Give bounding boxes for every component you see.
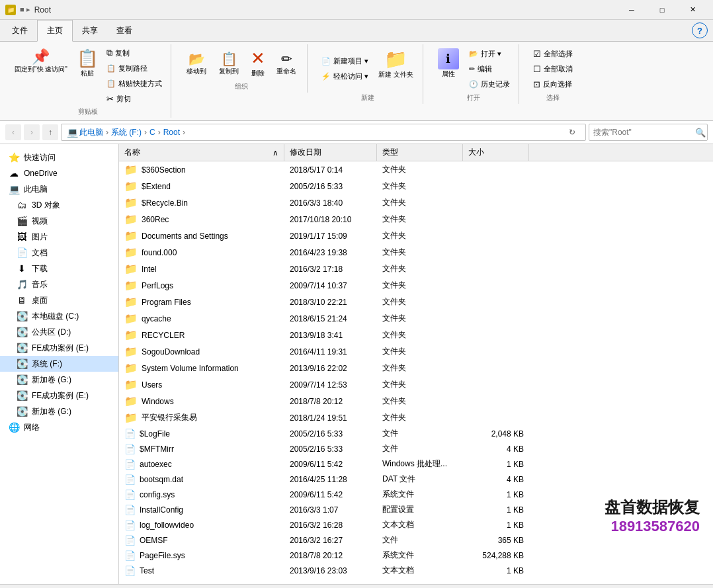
- sidebar-item-new-g2[interactable]: 💽 新加卷 (G:): [0, 403, 118, 419]
- col-header-date[interactable]: 修改日期: [284, 144, 377, 161]
- table-row[interactable]: 📁 Users 2009/7/14 12:53 文件夹: [119, 376, 713, 393]
- cell-size: [463, 202, 529, 204]
- breadcrumb-c[interactable]: C: [149, 128, 155, 137]
- history-button[interactable]: 🕐 历史记录: [466, 77, 513, 91]
- rename-button[interactable]: ✏ 重命名: [272, 48, 302, 79]
- folder-icon: 📁: [124, 180, 138, 192]
- move-to-button[interactable]: 📂 移动到: [182, 48, 212, 79]
- table-row[interactable]: 📁 $Extend 2005/2/16 5:33 文件夹: [119, 178, 713, 194]
- cut-button[interactable]: ✂ 剪切: [103, 92, 165, 106]
- new-item-button[interactable]: 📄 新建项目 ▾: [318, 54, 372, 68]
- sidebar-item-new-g[interactable]: 💽 新加卷 (G:): [0, 372, 118, 388]
- invert-select-button[interactable]: ⊡ 反向选择: [530, 77, 576, 91]
- table-row[interactable]: 📁 Windows 2018/7/8 20:12 文件夹: [119, 393, 713, 409]
- sidebar-item-fe-e2[interactable]: 💽 FE成功案例 (E:): [0, 388, 118, 403]
- back-button[interactable]: ‹: [5, 124, 21, 140]
- table-row[interactable]: 📄 PageFile.sys 2018/7/8 20:12 系统文件 524,2…: [119, 548, 713, 563]
- sidebar-item-fe-e[interactable]: 💽 FE成功案例 (E:): [0, 340, 118, 356]
- sidebar-item-videos[interactable]: 🎬 视频: [0, 213, 118, 229]
- select-all-button[interactable]: ☑ 全部选择: [530, 47, 576, 61]
- col-header-name[interactable]: 名称 ∧: [119, 144, 284, 161]
- sidebar-item-downloads[interactable]: ⬇ 下载: [0, 261, 118, 276]
- tab-share[interactable]: 共享: [73, 20, 107, 41]
- cell-date: 2018/3/10 22:21: [284, 296, 377, 308]
- table-row[interactable]: 📄 Test 2013/9/16 23:03 文本文档 1 KB: [119, 563, 713, 578]
- table-row[interactable]: 📁 PerfLogs 2009/7/14 10:37 文件夹: [119, 277, 713, 294]
- table-row[interactable]: 📄 config.sys 2009/6/11 5:42 系统文件 1 KB: [119, 487, 713, 502]
- edit-button[interactable]: ✏ 编辑: [466, 62, 513, 76]
- table-row[interactable]: 📄 log_followvideo 2016/3/2 16:28 文本文档 1 …: [119, 517, 713, 532]
- pin-button[interactable]: 📌 固定到"快 速访问": [11, 46, 71, 76]
- table-row[interactable]: 📄 $MFTMirr 2005/2/16 5:33 文件 4 KB: [119, 441, 713, 456]
- paste-path-button[interactable]: 📋 复制路径: [103, 62, 165, 75]
- breadcrumb-system-f[interactable]: 系统 (F:): [111, 127, 142, 138]
- table-row[interactable]: 📁 Intel 2016/3/2 17:18 文件夹: [119, 261, 713, 277]
- paste-shortcut-button[interactable]: 📋 粘贴快捷方式: [103, 77, 165, 91]
- table-row[interactable]: 📁 SogouDownload 2016/4/11 19:31 文件夹: [119, 343, 713, 360]
- table-row[interactable]: 📁 System Volume Information 2013/9/16 22…: [119, 360, 713, 376]
- sidebar-item-music[interactable]: 🎵 音乐: [0, 276, 118, 292]
- col-header-size[interactable]: 大小: [463, 144, 529, 161]
- minimize-button[interactable]: ─: [616, 0, 647, 20]
- quick-access-icon: ⭐: [8, 151, 20, 163]
- pictures-icon: 🖼: [16, 231, 28, 243]
- refresh-button[interactable]: ↻: [564, 124, 580, 140]
- table-row[interactable]: 📄 OEMSF 2016/3/2 16:27 文件 365 KB: [119, 532, 713, 548]
- maximize-button[interactable]: □: [647, 0, 677, 20]
- help-button[interactable]: ?: [692, 22, 708, 38]
- copy-button[interactable]: ⧉ 复制: [103, 46, 165, 60]
- up-button[interactable]: ↑: [42, 124, 58, 140]
- copy-to-button[interactable]: 📋 复制到: [214, 48, 244, 79]
- sidebar-item-pictures[interactable]: 🖼 图片: [0, 229, 118, 245]
- deselect-all-button[interactable]: ☐ 全部取消: [530, 62, 576, 76]
- ribbon-group-organize: 📂 移动到 📋 复制到 ✕ 删除 ✏: [177, 44, 308, 93]
- cell-date: 2013/9/18 3:41: [284, 329, 377, 341]
- tab-file[interactable]: 文件: [3, 20, 37, 41]
- table-row[interactable]: 📄 $LogFile 2005/2/16 5:33 文件 2,048 KB: [119, 426, 713, 441]
- sidebar-item-desktop[interactable]: 🖥 桌面: [0, 292, 118, 308]
- sidebar-item-local-c[interactable]: 💽 本地磁盘 (C:): [0, 308, 118, 324]
- file-icon: 📄: [124, 489, 136, 500]
- table-row[interactable]: 📁 qycache 2018/6/15 21:24 文件夹: [119, 310, 713, 327]
- ribbon-content: 📌 固定到"快 速访问" 📋 粘贴 ⧉ 复制 �: [0, 42, 713, 120]
- sidebar-item-system-f[interactable]: 💽 系统 (F:): [0, 356, 118, 372]
- table-row[interactable]: 📄 autoexec 2009/6/11 5:42 Windows 批处理...…: [119, 456, 713, 472]
- sidebar-item-quick-access[interactable]: ⭐ 快速访问: [0, 149, 118, 165]
- properties-button[interactable]: ℹ 属性: [434, 46, 463, 81]
- forward-button[interactable]: ›: [24, 124, 40, 140]
- delete-button[interactable]: ✕ 删除: [247, 46, 269, 81]
- paste-button[interactable]: 📋 粘贴: [73, 46, 102, 81]
- sidebar-item-public-d[interactable]: 💽 公共区 (D:): [0, 324, 118, 340]
- sidebar-item-network[interactable]: 🌐 网络: [0, 419, 118, 435]
- sidebar-item-3d-objects[interactable]: 🗂 3D 对象: [0, 197, 118, 213]
- breadcrumb-this-pc[interactable]: 此电脑: [79, 127, 103, 138]
- col-header-type[interactable]: 类型: [377, 144, 463, 161]
- table-row[interactable]: 📄 bootsqm.dat 2016/4/25 11:28 DAT 文件 4 K…: [119, 472, 713, 487]
- app-icon: 📁: [5, 5, 16, 15]
- table-row[interactable]: 📁 Program Files 2018/3/10 22:21 文件夹: [119, 294, 713, 310]
- easy-access-button[interactable]: ⚡ 轻松访问 ▾: [318, 69, 372, 83]
- close-button[interactable]: ✕: [677, 0, 708, 20]
- open-button[interactable]: 📂 打开 ▾: [466, 47, 513, 61]
- nav-bar: ‹ › ↑ 💻 此电脑 › 系统 (F:) › C › Root › ↻ 🔍: [0, 121, 713, 144]
- table-row[interactable]: 📁 360Rec 2017/10/18 20:10 文件夹: [119, 211, 713, 228]
- address-bar[interactable]: 💻 此电脑 › 系统 (F:) › C › Root › ↻: [61, 124, 586, 141]
- tab-home[interactable]: 主页: [37, 20, 73, 42]
- table-row[interactable]: 📁 $Recycle.Bin 2016/3/3 18:40 文件夹: [119, 194, 713, 211]
- sidebar-item-onedrive[interactable]: ☁ OneDrive: [0, 165, 118, 181]
- sidebar-item-this-pc[interactable]: 💻 此电脑: [0, 181, 118, 197]
- tab-view[interactable]: 查看: [107, 20, 142, 41]
- table-row[interactable]: 📁 RECYCLER 2013/9/18 3:41 文件夹: [119, 327, 713, 343]
- search-input[interactable]: [593, 128, 692, 137]
- new-folder-button[interactable]: 📁 新建 文件夹: [374, 46, 417, 82]
- table-row[interactable]: 📁 平安银行采集易 2018/1/24 19:51 文件夹: [119, 409, 713, 426]
- table-row[interactable]: 📁 Documents and Settings 2019/1/17 15:09…: [119, 228, 713, 244]
- cell-size: [463, 185, 529, 188]
- sidebar-item-documents[interactable]: 📄 文档: [0, 245, 118, 261]
- table-row[interactable]: 📁 found.000 2016/4/23 19:38 文件夹: [119, 244, 713, 261]
- table-row[interactable]: 📁 $360Section 2018/5/17 0:14 文件夹: [119, 161, 713, 178]
- table-row[interactable]: 📄 InstallConfig 2016/3/3 1:07 配置设置 1 KB: [119, 502, 713, 517]
- file-icon: 📄: [124, 505, 136, 515]
- breadcrumb: 💻 此电脑 › 系统 (F:) › C › Root ›: [67, 127, 564, 138]
- breadcrumb-root[interactable]: Root: [163, 128, 180, 137]
